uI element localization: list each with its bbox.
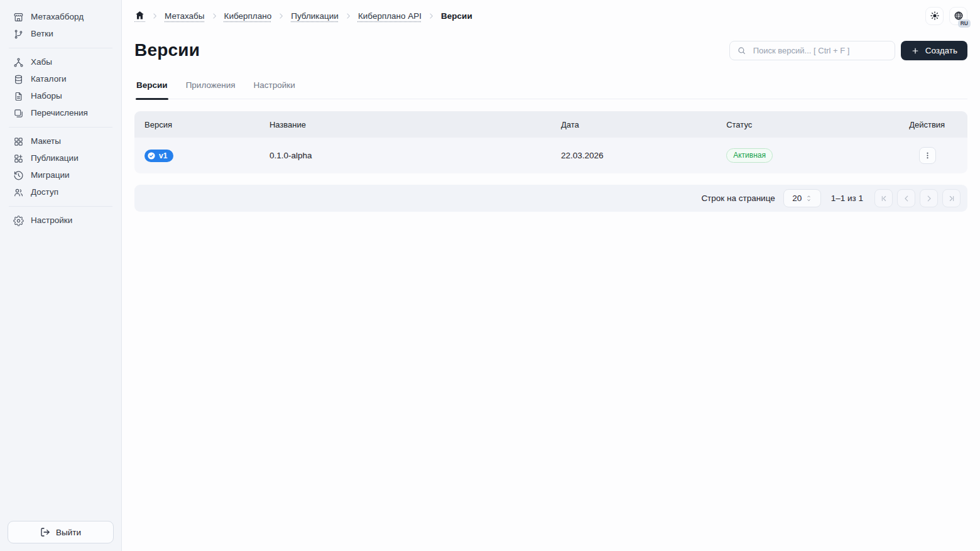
stepper-arrows[interactable] bbox=[806, 195, 812, 202]
sidebar-item-catalogs[interactable]: Каталоги bbox=[8, 71, 114, 87]
column-header: Название bbox=[259, 120, 551, 129]
search-icon bbox=[737, 46, 746, 55]
chevron-right-icon bbox=[277, 12, 285, 20]
column-header: Действия bbox=[909, 120, 967, 129]
rows-per-page-stepper[interactable]: 20 bbox=[783, 189, 821, 207]
sidebar-item-sets[interactable]: Наборы bbox=[8, 88, 114, 104]
copy-icon bbox=[13, 108, 24, 119]
logout-label: Выйти bbox=[56, 528, 81, 537]
chevron-right-icon bbox=[210, 12, 219, 20]
sidebar-item-settings[interactable]: Настройки bbox=[8, 212, 114, 229]
sidebar-item-label: Метахабборд bbox=[31, 11, 84, 23]
column-header: Версия bbox=[134, 120, 259, 129]
rows-per-page-value: 20 bbox=[792, 194, 802, 203]
sidebar-item-label: Хабы bbox=[31, 57, 52, 68]
sidebar-item-access[interactable]: Доступ bbox=[8, 184, 114, 200]
sidebar-item-label: Ветки bbox=[31, 28, 53, 40]
hierarchy-icon bbox=[13, 57, 24, 68]
sidebar-item-label: Макеты bbox=[31, 136, 61, 147]
breadcrumb-home-link[interactable] bbox=[134, 10, 145, 22]
theme-toggle-button[interactable] bbox=[925, 7, 944, 25]
chevron-down-icon bbox=[806, 199, 812, 202]
table-header-row: ВерсияНазваниеДатаСтатусДействия bbox=[134, 111, 967, 138]
tabs: ВерсииПриложенияНастройки bbox=[134, 80, 967, 99]
breadcrumb-item-versions: Версии bbox=[441, 11, 472, 21]
sun-icon bbox=[930, 11, 940, 21]
sidebar-item-metahubboard[interactable]: Метахабборд bbox=[8, 9, 114, 25]
sidebar-item-enumerations[interactable]: Перечисления bbox=[8, 105, 114, 121]
sidebar-item-label: Миграции bbox=[31, 170, 70, 181]
search-box[interactable] bbox=[729, 41, 895, 60]
last-page-icon bbox=[947, 194, 956, 203]
create-button[interactable]: Создать bbox=[901, 41, 967, 60]
home-icon bbox=[134, 10, 145, 21]
last-page-button[interactable] bbox=[942, 189, 961, 207]
grid-plus-icon bbox=[13, 153, 24, 164]
pager-buttons bbox=[874, 189, 961, 207]
version-badge[interactable]: v1 bbox=[144, 150, 173, 162]
sidebar-item-label: Каталоги bbox=[31, 74, 67, 85]
chevron-left-icon bbox=[902, 194, 911, 203]
status-badge: Активная bbox=[726, 148, 773, 163]
breadcrumb-item-metahubs[interactable]: Метахабы bbox=[165, 11, 205, 21]
sidebar-spacer bbox=[8, 229, 114, 521]
table-row: v10.1.0-alpha22.03.2026Активная bbox=[134, 138, 967, 173]
topbar: МетахабыКиберпланоПубликацииКиберплано A… bbox=[134, 6, 967, 25]
sidebar-item-label: Доступ bbox=[31, 187, 58, 198]
gear-icon bbox=[13, 215, 24, 226]
title-actions: Создать bbox=[729, 41, 967, 60]
language-badge: RU bbox=[958, 19, 971, 28]
sidebar-item-layouts[interactable]: Макеты bbox=[8, 133, 114, 150]
chevron-right-icon bbox=[427, 12, 435, 20]
versions-table: ВерсияНазваниеДатаСтатусДействия v10.1.0… bbox=[134, 111, 967, 173]
breadcrumb-item-kiberplano[interactable]: Киберплано bbox=[224, 11, 272, 21]
sidebar-divider bbox=[9, 206, 112, 207]
sidebar-item-label: Наборы bbox=[31, 90, 62, 102]
sidebar-item-publications[interactable]: Публикации bbox=[8, 150, 114, 166]
sidebar-item-label: Настройки bbox=[31, 215, 72, 226]
language-button[interactable]: RU bbox=[949, 7, 967, 25]
date-cell: 22.03.2026 bbox=[551, 151, 717, 160]
sidebar-item-migrations[interactable]: Миграции bbox=[8, 167, 114, 183]
topbar-actions: RU bbox=[925, 7, 967, 25]
column-header: Дата bbox=[551, 120, 717, 129]
sidebar-divider bbox=[9, 127, 112, 128]
next-page-button[interactable] bbox=[920, 189, 938, 207]
previous-page-button[interactable] bbox=[897, 189, 915, 207]
chevron-right-icon bbox=[925, 194, 934, 203]
chevron-up-icon bbox=[806, 195, 812, 199]
breadcrumb: МетахабыКиберпланоПубликацииКиберплано A… bbox=[134, 10, 472, 22]
table-body: v10.1.0-alpha22.03.2026Активная bbox=[134, 138, 967, 173]
breadcrumb-item-publications[interactable]: Публикации bbox=[291, 11, 339, 21]
logout-button[interactable]: Выйти bbox=[8, 521, 114, 543]
tab-settings[interactable]: Настройки bbox=[253, 80, 296, 99]
first-page-button[interactable] bbox=[874, 189, 893, 207]
first-page-icon bbox=[879, 194, 888, 203]
git-branch-icon bbox=[13, 29, 24, 40]
sidebar-nav: МетахаббордВеткиХабыКаталогиНаборыПеречи… bbox=[8, 8, 114, 229]
logout-icon bbox=[40, 527, 50, 537]
title-row: Версии Создать bbox=[134, 40, 967, 61]
status-cell: Активная bbox=[717, 148, 909, 163]
column-header: Статус bbox=[717, 120, 909, 129]
breadcrumb-item-kiberplano-api[interactable]: Киберплано API bbox=[358, 11, 422, 21]
history-icon bbox=[13, 170, 24, 181]
sidebar-item-hubs[interactable]: Хабы bbox=[8, 54, 114, 70]
search-input[interactable] bbox=[752, 45, 888, 56]
check-circle-icon bbox=[147, 151, 156, 160]
database-icon bbox=[13, 74, 24, 85]
file-icon bbox=[13, 91, 24, 102]
layout-grid-icon bbox=[13, 136, 24, 147]
plus-icon bbox=[911, 46, 920, 55]
sidebar-divider bbox=[9, 48, 112, 48]
actions-cell bbox=[909, 147, 967, 164]
page-title: Версии bbox=[134, 40, 200, 61]
sidebar-item-branches[interactable]: Ветки bbox=[8, 26, 114, 42]
users-icon bbox=[13, 187, 24, 198]
dots-vertical-icon bbox=[923, 151, 932, 160]
pagination-bar: Строк на странице 20 1–1 из 1 bbox=[134, 185, 967, 212]
tab-applications[interactable]: Приложения bbox=[185, 80, 236, 99]
sidebar-item-label: Перечисления bbox=[31, 107, 88, 119]
row-actions-button[interactable] bbox=[919, 147, 936, 164]
tab-versions[interactable]: Версии bbox=[136, 80, 168, 99]
